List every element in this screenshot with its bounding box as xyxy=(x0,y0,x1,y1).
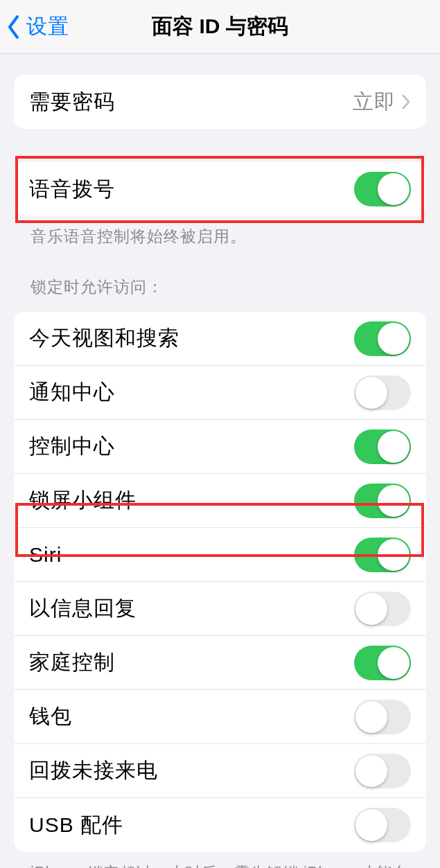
wallet-row: 钱包 xyxy=(14,690,426,744)
lock-access-header: 锁定时允许访问： xyxy=(14,247,426,305)
reply-with-message-toggle[interactable] xyxy=(354,592,411,626)
chevron-right-icon xyxy=(401,94,411,110)
require-passcode-group: 需要密码 立即 xyxy=(14,75,426,129)
siri-label: Siri xyxy=(29,543,354,567)
voice-dial-group: 语音拨号 xyxy=(14,162,426,216)
siri-row: Siri xyxy=(14,528,426,582)
reply-with-message-label: 以信息回复 xyxy=(29,594,354,623)
usb-accessories-row: USB 配件 xyxy=(14,798,426,852)
require-passcode-row[interactable]: 需要密码 立即 xyxy=(14,75,426,129)
require-passcode-label: 需要密码 xyxy=(29,88,353,116)
siri-toggle[interactable] xyxy=(354,538,411,572)
voice-dial-label: 语音拨号 xyxy=(29,175,354,204)
voice-dial-footer: 音乐语音控制将始终被启用。 xyxy=(14,216,426,247)
navigation-bar: 设置 面容 ID 与密码 xyxy=(0,0,440,54)
notification-center-label: 通知中心 xyxy=(29,378,354,407)
today-view-toggle[interactable] xyxy=(354,321,411,356)
today-view-label: 今天视图和搜索 xyxy=(29,324,354,353)
notification-center-toggle[interactable] xyxy=(354,375,411,410)
home-control-toggle[interactable] xyxy=(354,646,411,680)
control-center-row: 控制中心 xyxy=(14,420,426,474)
wallet-toggle[interactable] xyxy=(354,700,411,734)
today-view-row: 今天视图和搜索 xyxy=(14,312,426,366)
usb-accessories-label: USB 配件 xyxy=(29,811,354,840)
usb-footer: iPhone 锁定超过一小时后，需先解锁 iPhone 才能允许USB 配件连接… xyxy=(14,852,426,868)
lock-access-group: 今天视图和搜索 通知中心 控制中心 锁屏小组件 Siri 以信息回复 家庭控制 xyxy=(14,312,426,852)
control-center-toggle[interactable] xyxy=(354,429,411,464)
lockscreen-widgets-row: 锁屏小组件 xyxy=(14,474,426,528)
lockscreen-widgets-toggle[interactable] xyxy=(354,484,411,518)
wallet-label: 钱包 xyxy=(29,702,354,731)
chevron-left-icon xyxy=(7,15,22,39)
return-missed-calls-toggle[interactable] xyxy=(354,754,411,788)
lockscreen-widgets-label: 锁屏小组件 xyxy=(29,486,354,515)
control-center-label: 控制中心 xyxy=(29,432,354,461)
voice-dial-toggle[interactable] xyxy=(354,172,411,206)
home-control-label: 家庭控制 xyxy=(29,648,354,677)
usb-accessories-toggle[interactable] xyxy=(354,808,411,842)
require-passcode-value: 立即 xyxy=(353,88,396,116)
reply-with-message-row: 以信息回复 xyxy=(14,582,426,636)
return-missed-calls-row: 回拨未接来电 xyxy=(14,744,426,798)
back-label: 设置 xyxy=(26,12,69,41)
notification-center-row: 通知中心 xyxy=(14,366,426,420)
return-missed-calls-label: 回拨未接来电 xyxy=(29,756,354,785)
voice-dial-row: 语音拨号 xyxy=(14,162,426,216)
home-control-row: 家庭控制 xyxy=(14,636,426,690)
back-button[interactable]: 设置 xyxy=(0,12,69,41)
